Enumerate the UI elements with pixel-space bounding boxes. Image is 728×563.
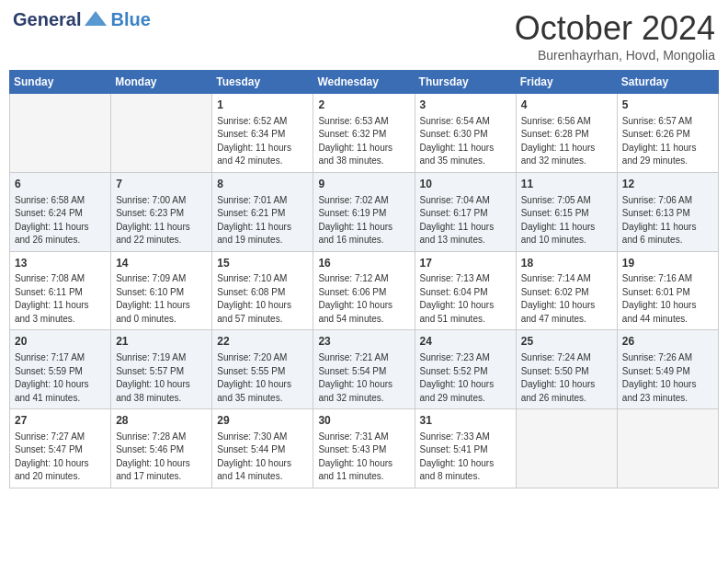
day-number: 7 [116, 177, 207, 192]
calendar-cell: 31Sunrise: 7:33 AMSunset: 5:41 PMDayligh… [415, 409, 516, 488]
calendar-cell: 26Sunrise: 7:26 AMSunset: 5:49 PMDayligh… [617, 330, 718, 409]
calendar-cell: 29Sunrise: 7:30 AMSunset: 5:44 PMDayligh… [212, 409, 313, 488]
calendar-cell: 3Sunrise: 6:54 AMSunset: 6:30 PMDaylight… [415, 94, 516, 173]
day-number: 26 [622, 334, 713, 350]
day-info: Sunrise: 7:00 AMSunset: 6:23 PMDaylight:… [116, 194, 207, 247]
col-header-monday: Monday [111, 71, 212, 94]
day-info: Sunrise: 7:24 AMSunset: 5:50 PMDaylight:… [521, 351, 612, 405]
day-number: 1 [217, 98, 308, 113]
day-number: 11 [521, 177, 612, 192]
day-info: Sunrise: 7:30 AMSunset: 5:44 PMDaylight:… [217, 431, 308, 484]
day-info: Sunrise: 7:08 AMSunset: 6:11 PMDaylight:… [15, 272, 106, 326]
calendar-cell: 23Sunrise: 7:21 AMSunset: 5:54 PMDayligh… [313, 330, 415, 409]
day-info: Sunrise: 7:17 AMSunset: 5:59 PMDaylight:… [15, 351, 106, 405]
calendar-cell: 11Sunrise: 7:05 AMSunset: 6:15 PMDayligh… [516, 172, 617, 251]
day-number: 9 [318, 177, 409, 192]
day-info: Sunrise: 6:57 AMSunset: 6:26 PMDaylight:… [622, 115, 713, 168]
calendar-cell [111, 94, 212, 173]
day-info: Sunrise: 6:56 AMSunset: 6:28 PMDaylight:… [521, 115, 612, 168]
day-info: Sunrise: 7:26 AMSunset: 5:49 PMDaylight:… [622, 351, 713, 405]
day-info: Sunrise: 7:33 AMSunset: 5:41 PMDaylight:… [420, 431, 511, 484]
calendar-cell: 1Sunrise: 6:52 AMSunset: 6:34 PMDaylight… [212, 94, 313, 173]
calendar-cell: 19Sunrise: 7:16 AMSunset: 6:01 PMDayligh… [617, 251, 718, 330]
day-number: 10 [420, 177, 511, 192]
calendar-cell: 9Sunrise: 7:02 AMSunset: 6:19 PMDaylight… [313, 172, 415, 251]
calendar-cell [10, 94, 111, 173]
calendar-header-row: SundayMondayTuesdayWednesdayThursdayFrid… [10, 71, 719, 94]
calendar-week-3: 13Sunrise: 7:08 AMSunset: 6:11 PMDayligh… [10, 251, 719, 330]
calendar-cell: 7Sunrise: 7:00 AMSunset: 6:23 PMDaylight… [111, 172, 212, 251]
logo: General Blue [13, 9, 151, 29]
day-number: 22 [217, 334, 308, 350]
calendar-cell: 16Sunrise: 7:12 AMSunset: 6:06 PMDayligh… [313, 251, 415, 330]
day-number: 29 [217, 413, 308, 429]
day-info: Sunrise: 7:14 AMSunset: 6:02 PMDaylight:… [521, 272, 612, 326]
calendar-cell: 10Sunrise: 7:04 AMSunset: 6:17 PMDayligh… [415, 172, 516, 251]
day-info: Sunrise: 7:12 AMSunset: 6:06 PMDaylight:… [318, 272, 409, 326]
calendar-cell: 24Sunrise: 7:23 AMSunset: 5:52 PMDayligh… [415, 330, 516, 409]
calendar-week-2: 6Sunrise: 6:58 AMSunset: 6:24 PMDaylight… [10, 172, 719, 251]
day-info: Sunrise: 7:27 AMSunset: 5:47 PMDaylight:… [15, 431, 106, 484]
col-header-saturday: Saturday [617, 71, 718, 94]
day-number: 18 [521, 256, 612, 271]
col-header-friday: Friday [516, 71, 617, 94]
calendar-cell: 6Sunrise: 6:58 AMSunset: 6:24 PMDaylight… [10, 172, 111, 251]
calendar-week-1: 1Sunrise: 6:52 AMSunset: 6:34 PMDaylight… [10, 94, 719, 173]
calendar-cell: 15Sunrise: 7:10 AMSunset: 6:08 PMDayligh… [212, 251, 313, 330]
day-number: 24 [420, 334, 511, 350]
calendar-cell: 25Sunrise: 7:24 AMSunset: 5:50 PMDayligh… [516, 330, 617, 409]
calendar-cell: 17Sunrise: 7:13 AMSunset: 6:04 PMDayligh… [415, 251, 516, 330]
calendar-cell: 14Sunrise: 7:09 AMSunset: 6:10 PMDayligh… [111, 251, 212, 330]
day-number: 14 [116, 256, 207, 271]
logo-general: General [13, 10, 81, 29]
calendar-cell: 4Sunrise: 6:56 AMSunset: 6:28 PMDaylight… [516, 94, 617, 173]
day-info: Sunrise: 7:06 AMSunset: 6:13 PMDaylight:… [622, 194, 713, 247]
day-info: Sunrise: 7:21 AMSunset: 5:54 PMDaylight:… [318, 351, 409, 405]
calendar-cell [516, 409, 617, 488]
calendar-cell: 20Sunrise: 7:17 AMSunset: 5:59 PMDayligh… [10, 330, 111, 409]
day-info: Sunrise: 7:10 AMSunset: 6:08 PMDaylight:… [217, 272, 308, 326]
day-number: 12 [622, 177, 713, 192]
day-number: 30 [318, 413, 409, 429]
day-info: Sunrise: 7:04 AMSunset: 6:17 PMDaylight:… [420, 194, 511, 247]
calendar-cell: 2Sunrise: 6:53 AMSunset: 6:32 PMDaylight… [313, 94, 415, 173]
day-number: 5 [622, 98, 713, 113]
calendar-cell: 12Sunrise: 7:06 AMSunset: 6:13 PMDayligh… [617, 172, 718, 251]
day-info: Sunrise: 7:16 AMSunset: 6:01 PMDaylight:… [622, 272, 713, 326]
calendar-cell: 27Sunrise: 7:27 AMSunset: 5:47 PMDayligh… [10, 409, 111, 488]
day-info: Sunrise: 7:13 AMSunset: 6:04 PMDaylight:… [420, 272, 511, 326]
day-info: Sunrise: 6:54 AMSunset: 6:30 PMDaylight:… [420, 115, 511, 168]
day-number: 31 [420, 413, 511, 429]
day-info: Sunrise: 6:58 AMSunset: 6:24 PMDaylight:… [15, 194, 106, 247]
day-info: Sunrise: 7:28 AMSunset: 5:46 PMDaylight:… [116, 431, 207, 484]
col-header-wednesday: Wednesday [313, 71, 415, 94]
calendar-cell: 18Sunrise: 7:14 AMSunset: 6:02 PMDayligh… [516, 251, 617, 330]
calendar-cell [617, 409, 718, 488]
day-info: Sunrise: 7:05 AMSunset: 6:15 PMDaylight:… [521, 194, 612, 247]
day-info: Sunrise: 7:01 AMSunset: 6:21 PMDaylight:… [217, 194, 308, 247]
col-header-thursday: Thursday [415, 71, 516, 94]
day-number: 2 [318, 98, 409, 113]
day-info: Sunrise: 7:19 AMSunset: 5:57 PMDaylight:… [116, 351, 207, 405]
day-number: 8 [217, 177, 308, 192]
calendar-week-5: 27Sunrise: 7:27 AMSunset: 5:47 PMDayligh… [10, 409, 719, 488]
col-header-tuesday: Tuesday [212, 71, 313, 94]
day-number: 3 [420, 98, 511, 113]
day-number: 4 [521, 98, 612, 113]
day-info: Sunrise: 7:02 AMSunset: 6:19 PMDaylight:… [318, 194, 409, 247]
day-info: Sunrise: 7:31 AMSunset: 5:43 PMDaylight:… [318, 431, 409, 484]
title-area: October 2024 Burenhayrhan, Hovd, Mongoli… [515, 9, 715, 63]
day-info: Sunrise: 7:23 AMSunset: 5:52 PMDaylight:… [420, 351, 511, 405]
calendar-cell: 28Sunrise: 7:28 AMSunset: 5:46 PMDayligh… [111, 409, 212, 488]
logo-icon [83, 9, 108, 29]
calendar-cell: 8Sunrise: 7:01 AMSunset: 6:21 PMDaylight… [212, 172, 313, 251]
day-number: 27 [15, 413, 106, 429]
day-number: 28 [116, 413, 207, 429]
day-number: 25 [521, 334, 612, 350]
day-number: 23 [318, 334, 409, 350]
month-title: October 2024 [515, 9, 715, 48]
day-number: 17 [420, 256, 511, 271]
logo-blue: Blue [110, 10, 150, 29]
location-subtitle: Burenhayrhan, Hovd, Mongolia [515, 48, 715, 63]
calendar-cell: 13Sunrise: 7:08 AMSunset: 6:11 PMDayligh… [10, 251, 111, 330]
